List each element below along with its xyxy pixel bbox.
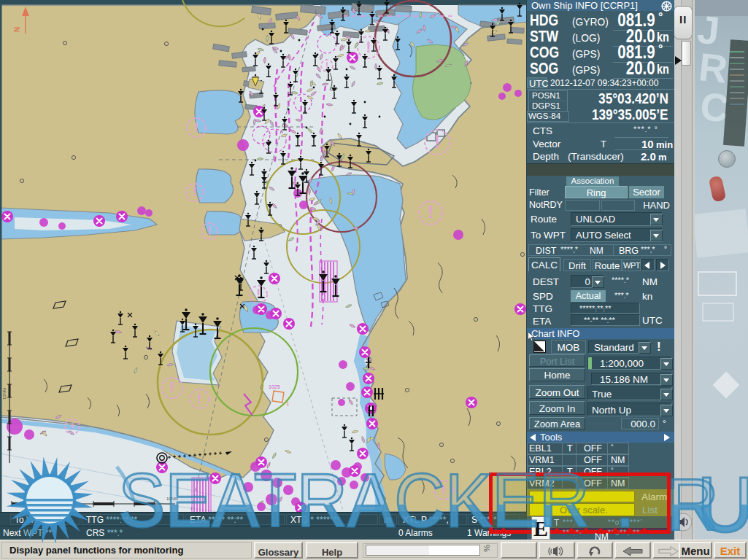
svg-text:10NM: 10NM — [166, 497, 178, 501]
svg-text:N: N — [13, 27, 21, 32]
svg-text:!: ! — [71, 420, 74, 432]
svg-text:!: ! — [194, 120, 198, 135]
svg-text:!: ! — [325, 61, 328, 71]
svg-text:!: ! — [170, 378, 175, 395]
svg-text:!: ! — [256, 287, 261, 301]
svg-text:!: ! — [207, 225, 211, 237]
svg-text:!: ! — [193, 184, 197, 199]
svg-text:!: ! — [442, 482, 446, 497]
svg-text:!: ! — [197, 391, 201, 406]
svg-text:1025: 1025 — [269, 384, 280, 389]
svg-text:!: ! — [366, 38, 371, 56]
svg-text:!: ! — [428, 202, 433, 222]
svg-text:!: ! — [434, 131, 440, 152]
svg-text:1: 1 — [286, 400, 290, 407]
svg-text:10NM: 10NM — [2, 388, 7, 400]
